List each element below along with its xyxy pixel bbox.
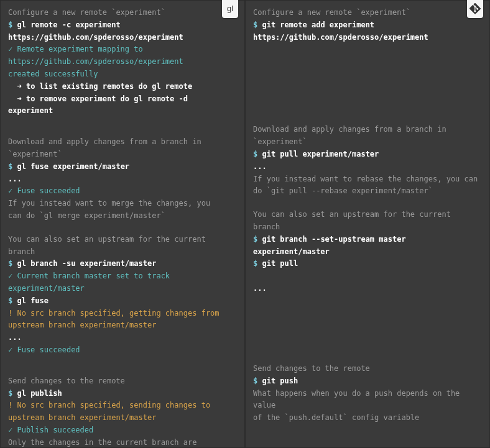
cmd: git pull [262,259,298,268]
ellipsis: ... [253,161,482,173]
cmd: git remote add experiment [262,21,374,29]
cmd: git branch --set-upstream master experim… [253,235,410,256]
git-block-pull: Download and apply changes from a branch… [253,124,482,344]
hint: of the `push.default` config variable [253,412,482,424]
command-line: $ gl branch -su experiment/master [8,258,237,270]
ellipsis: ... [8,173,237,186]
command-line: $ gl remote -c experiment [8,19,237,32]
success-line: ✓ Publish succeeded [8,424,237,437]
command-line: $ git pull experiment/master [253,149,482,161]
gl-block-fuse: Download and apply changes from a branch… [8,136,237,357]
gl-block-publish: Send changes to the remote $ gl publish … [8,375,237,448]
git-block-upstream: You can also set an upstream for the cur… [253,209,482,344]
cmd: git pull experiment/master [262,150,379,158]
hint-line: ➜ to remove experiment do gl remote -d e… [8,93,237,118]
description: Download and apply changes from a branch… [253,124,482,136]
prompt: $ [8,296,12,305]
description: Download and apply changes from a branch… [8,136,237,149]
warn-line: upstream branch experiment/master [8,319,237,332]
description: Configure a new remote `experiment` [253,7,482,19]
command-line: $ gl publish [8,388,237,400]
success-line: ✓ Fuse succeeded [8,185,237,198]
warn-line: upstream branch experiment/master [8,412,237,424]
hint-line: ➜ to list existing remotes do gl remote [8,81,237,93]
git-block-push: Send changes to the remote $ git push Wh… [253,363,482,424]
gl-column: gl Configure a new remote `experiment` $… [0,0,245,448]
success-line: ✓ Current branch master set to track [8,270,237,283]
prompt: $ [8,21,12,29]
prompt: $ [253,21,257,29]
cmd-cont: https://github.com/spderosso/experiment [8,32,237,44]
git-column: Configure a new remote `experiment` $ gi… [245,0,490,448]
command-line: $ gl fuse [8,295,237,308]
warn-line: ! No src branch specified, getting chang… [8,308,237,320]
description: Send changes to the remote [8,375,237,388]
hint: Only the changes in the current branch a… [8,437,237,448]
description: Configure a new remote `experiment` [8,7,237,19]
hint: What happens when you do a push depends … [253,388,482,413]
gl-block-remote: Configure a new remote `experiment` $ gl… [8,7,237,117]
command-line: $ git push [253,375,482,388]
hint: do `git pull --rebase experiment/master` [253,185,482,198]
description: You can also set an upstream for the cur… [253,209,482,234]
success-line: ✓ Fuse succeeded [8,344,237,357]
prompt: $ [253,377,257,385]
ellipsis: ... [253,283,482,295]
cmd: gl fuse experiment/master [17,162,129,171]
prompt: $ [253,235,257,244]
hint: If you instead want to merge the changes… [8,198,237,210]
hint: If you instead want to rebase the change… [253,173,482,186]
description: Send changes to the remote [253,363,482,375]
success-line: experiment/master [8,283,237,295]
prompt: $ [8,259,12,268]
hint: can do `gl merge experiment/master` [8,210,237,222]
command-line: $ git pull [253,258,482,270]
cmd: git push [262,377,298,385]
cmd: gl remote -c experiment [17,21,120,29]
description: `experiment` [253,136,482,149]
gl-badge: gl [222,0,238,18]
description: `experiment` [8,149,237,161]
prompt: $ [8,162,12,171]
git-block-remote: Configure a new remote `experiment` $ gi… [253,7,482,105]
success-line: ✓ Remote experiment mapping to [8,43,237,56]
prompt: $ [253,150,257,158]
description: You can also set an upstream for the cur… [8,234,237,258]
git-badge [467,0,483,18]
cmd: gl publish [17,389,62,398]
gl-badge-label: gl [227,2,233,15]
prompt: $ [253,259,257,268]
cmd-cont: https://github.com/spderosso/experiment [253,32,482,44]
git-icon [469,3,481,14]
gl-block-upstream: You can also set an upstream for the cur… [8,234,237,357]
warn-line: ! No src branch specified, sending chang… [8,400,237,412]
cmd: gl branch -su experiment/master [17,259,156,268]
success-line: https://github.com/spderosso/experiment [8,56,237,68]
command-line: $ gl fuse experiment/master [8,161,237,173]
cmd: gl fuse [17,296,49,305]
success-line: created successfully [8,68,237,81]
ellipsis: ... [8,332,237,344]
command-line: $ git branch --set-upstream master exper… [253,234,482,258]
command-line: $ git remote add experiment [253,19,482,32]
prompt: $ [8,389,12,398]
